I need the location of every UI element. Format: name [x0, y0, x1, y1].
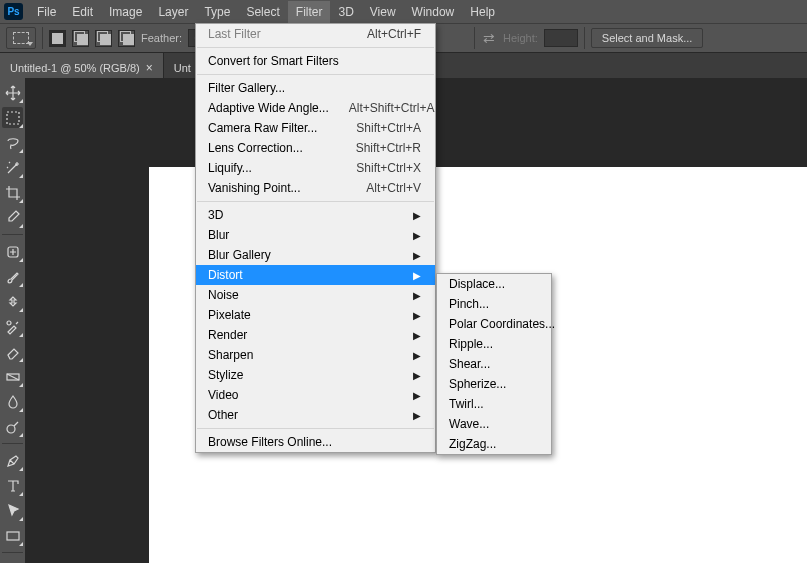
menu-item-stylize[interactable]: Stylize▶: [196, 365, 435, 385]
path-select-tool[interactable]: [2, 500, 23, 521]
menu-item-adaptive-wide-angle[interactable]: Adaptive Wide Angle...Alt+Shift+Ctrl+A: [196, 98, 435, 118]
selection-new-icon[interactable]: [49, 30, 66, 47]
menu-item-convert-for-smart-filters[interactable]: Convert for Smart Filters: [196, 51, 435, 71]
height-input: [544, 29, 578, 47]
eraser-tool[interactable]: [2, 341, 23, 362]
svg-point-4: [7, 425, 15, 433]
menu-item-render[interactable]: Render▶: [196, 325, 435, 345]
menu-help[interactable]: Help: [462, 1, 503, 23]
brush-tool[interactable]: [2, 266, 23, 287]
menu-item-camera-raw-filter[interactable]: Camera Raw Filter...Shift+Ctrl+A: [196, 118, 435, 138]
move-tool[interactable]: [2, 82, 23, 103]
menu-file[interactable]: File: [29, 1, 64, 23]
app-logo-icon: Ps: [4, 3, 23, 20]
selection-add-icon[interactable]: [72, 30, 89, 47]
menu-3d[interactable]: 3D: [330, 1, 361, 23]
menu-item-blur[interactable]: Blur▶: [196, 225, 435, 245]
selection-subtract-icon[interactable]: [95, 30, 112, 47]
marquee-tool[interactable]: [2, 107, 23, 128]
menu-item-vanishing-point[interactable]: Vanishing Point...Alt+Ctrl+V: [196, 178, 435, 198]
svg-rect-0: [7, 112, 19, 124]
magic-wand-tool[interactable]: [2, 157, 23, 178]
menu-item-displace[interactable]: Displace...: [437, 274, 551, 294]
menu-item-3d[interactable]: 3D▶: [196, 205, 435, 225]
menu-item-other[interactable]: Other▶: [196, 405, 435, 425]
separator: [2, 234, 23, 235]
submenu-arrow-icon: ▶: [413, 270, 421, 281]
menu-separator: [197, 428, 434, 429]
rectangle-tool[interactable]: [2, 525, 23, 546]
svg-rect-5: [7, 532, 19, 540]
select-and-mask-button[interactable]: Select and Mask...: [591, 28, 704, 48]
submenu-arrow-icon: ▶: [413, 210, 421, 221]
tool-preset-picker[interactable]: [6, 27, 36, 49]
menu-edit[interactable]: Edit: [64, 1, 101, 23]
separator: [584, 27, 585, 49]
lasso-tool[interactable]: [2, 132, 23, 153]
separator: [42, 27, 43, 49]
menu-item-filter-gallery[interactable]: Filter Gallery...: [196, 78, 435, 98]
submenu-arrow-icon: ▶: [413, 230, 421, 241]
gradient-tool[interactable]: [2, 366, 23, 387]
menu-bar: Ps FileEditImageLayerTypeSelectFilter3DV…: [0, 0, 807, 23]
menu-item-distort[interactable]: Distort▶: [196, 265, 435, 285]
svg-point-2: [7, 321, 11, 325]
menu-item-twirl[interactable]: Twirl...: [437, 394, 551, 414]
history-brush-tool[interactable]: [2, 316, 23, 337]
menu-filter[interactable]: Filter: [288, 1, 331, 23]
separator: [2, 443, 23, 444]
feather-label: Feather:: [141, 32, 182, 44]
eyedropper-tool[interactable]: [2, 207, 23, 228]
height-label: Height:: [503, 32, 538, 44]
menu-item-spherize[interactable]: Spherize...: [437, 374, 551, 394]
document-tab[interactable]: Untitled-1 @ 50% (RGB/8) ×: [0, 53, 164, 78]
blur-tool[interactable]: [2, 391, 23, 412]
menu-item-wave[interactable]: Wave...: [437, 414, 551, 434]
menu-item-polar-coordinates[interactable]: Polar Coordinates...: [437, 314, 551, 334]
menu-item-ripple[interactable]: Ripple...: [437, 334, 551, 354]
clone-tool[interactable]: [2, 291, 23, 312]
submenu-arrow-icon: ▶: [413, 290, 421, 301]
dodge-tool[interactable]: [2, 416, 23, 437]
submenu-arrow-icon: ▶: [413, 410, 421, 421]
separator: [2, 552, 23, 553]
crop-tool[interactable]: [2, 182, 23, 203]
tools-panel: [0, 78, 25, 563]
menu-image[interactable]: Image: [101, 1, 150, 23]
submenu-arrow-icon: ▶: [413, 330, 421, 341]
menu-separator: [197, 201, 434, 202]
menu-select[interactable]: Select: [238, 1, 287, 23]
separator: [474, 27, 475, 49]
filter-menu: Last FilterAlt+Ctrl+FConvert for Smart F…: [195, 23, 436, 453]
menu-item-liquify[interactable]: Liquify...Shift+Ctrl+X: [196, 158, 435, 178]
distort-submenu: Displace...Pinch...Polar Coordinates...R…: [436, 273, 552, 455]
menu-item-browse-filters-online[interactable]: Browse Filters Online...: [196, 432, 435, 452]
menu-type[interactable]: Type: [196, 1, 238, 23]
menu-item-lens-correction[interactable]: Lens Correction...Shift+Ctrl+R: [196, 138, 435, 158]
healing-tool[interactable]: [2, 241, 23, 262]
submenu-arrow-icon: ▶: [413, 350, 421, 361]
menu-item-pinch[interactable]: Pinch...: [437, 294, 551, 314]
menu-item-pixelate[interactable]: Pixelate▶: [196, 305, 435, 325]
menu-item-sharpen[interactable]: Sharpen▶: [196, 345, 435, 365]
submenu-arrow-icon: ▶: [413, 250, 421, 261]
menu-item-shear[interactable]: Shear...: [437, 354, 551, 374]
menu-window[interactable]: Window: [404, 1, 463, 23]
submenu-arrow-icon: ▶: [413, 390, 421, 401]
swap-dimensions-icon[interactable]: ⇄: [481, 30, 497, 46]
menu-separator: [197, 74, 434, 75]
menu-item-noise[interactable]: Noise▶: [196, 285, 435, 305]
menu-item-last-filter: Last FilterAlt+Ctrl+F: [196, 24, 435, 44]
menu-layer[interactable]: Layer: [150, 1, 196, 23]
close-icon[interactable]: ×: [146, 61, 153, 75]
menu-item-blur-gallery[interactable]: Blur Gallery▶: [196, 245, 435, 265]
pen-tool[interactable]: [2, 450, 23, 471]
type-tool[interactable]: [2, 475, 23, 496]
submenu-arrow-icon: ▶: [413, 310, 421, 321]
menu-separator: [197, 47, 434, 48]
menu-item-zigzag[interactable]: ZigZag...: [437, 434, 551, 454]
menu-item-video[interactable]: Video▶: [196, 385, 435, 405]
hand-tool[interactable]: [2, 559, 23, 563]
menu-view[interactable]: View: [362, 1, 404, 23]
selection-intersect-icon[interactable]: [118, 30, 135, 47]
